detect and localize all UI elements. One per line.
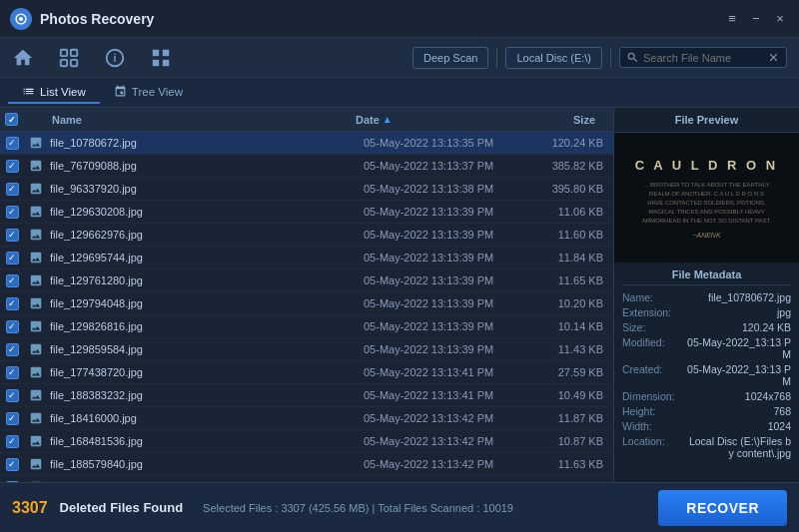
file-size: 11.63 KB — [523, 458, 613, 470]
scan-button[interactable] — [58, 47, 80, 69]
status-details: Selected Files : 3307 (425.56 MB) | Tota… — [203, 502, 646, 514]
file-icon — [24, 434, 48, 448]
cauldron-sig: ~ANENK — [692, 232, 720, 239]
row-checkbox[interactable] — [0, 320, 24, 333]
metadata-row: Location: Local Disc (E:\)Files by conte… — [622, 435, 791, 459]
status-label: Deleted Files Found — [60, 500, 184, 515]
meta-key: Created: — [622, 363, 687, 387]
table-row[interactable]: file_129859584.jpg 05-May-2022 13:13:39 … — [0, 338, 613, 361]
table-row[interactable]: file_177438720.jpg 05-May-2022 13:13:41 … — [0, 361, 613, 384]
cauldron-preview: C A U L D R O N ... BROTHER TO TALK ABOU… — [614, 133, 799, 263]
table-row[interactable]: file_129826816.jpg 05-May-2022 13:13:39 … — [0, 315, 613, 338]
grid-button[interactable] — [150, 47, 172, 69]
col-name-header[interactable]: Name — [48, 114, 356, 126]
meta-key: Modified: — [622, 336, 687, 360]
metadata-row: Dimension: 1024x768 — [622, 390, 791, 402]
app-icon — [10, 8, 32, 30]
table-row[interactable]: file_188612608.jpg 05-May-2022 13:13:42 … — [0, 476, 613, 482]
toolbar: i Deep Scan Local Disc (E:\) — [0, 38, 799, 78]
row-checkbox[interactable] — [0, 412, 24, 425]
app-title: Photos Recovery — [40, 11, 723, 27]
table-row[interactable]: file_96337920.jpg 05-May-2022 13:13:38 P… — [0, 178, 613, 201]
tree-view-icon — [114, 85, 127, 98]
file-icon — [24, 159, 48, 173]
table-row[interactable]: file_10780672.jpg 05-May-2022 13:13:35 P… — [0, 132, 613, 155]
tab-list-view[interactable]: List View — [8, 81, 100, 104]
toolbar-divider2 — [610, 48, 611, 68]
meta-value: file_10780672.jpg — [708, 291, 791, 303]
col-date-header[interactable]: Date ▲ — [356, 114, 515, 126]
table-row[interactable]: file_129662976.jpg 05-May-2022 13:13:39 … — [0, 224, 613, 247]
file-icon — [24, 205, 48, 219]
row-checkbox[interactable] — [0, 183, 24, 196]
file-date: 05-May-2022 13:13:42 PM — [364, 481, 523, 482]
tab-tree-view[interactable]: Tree View — [100, 81, 197, 104]
meta-key: Location: — [622, 435, 687, 459]
row-checkbox[interactable] — [0, 343, 24, 356]
image-icon — [29, 365, 43, 379]
file-size: 11.77 KB — [523, 481, 613, 482]
file-list: Name Date ▲ Size file_10780672.jpg 05-Ma… — [0, 108, 614, 482]
file-size: 27.59 KB — [523, 366, 613, 378]
search-box[interactable] — [619, 47, 787, 68]
metadata-section: File Metadata Name: file_10780672.jpg Ex… — [614, 263, 799, 482]
table-row[interactable]: file_18416000.jpg 05-May-2022 13:13:42 P… — [0, 407, 613, 430]
row-checkbox[interactable] — [0, 274, 24, 287]
close-button[interactable]: × — [771, 10, 789, 28]
file-size: 11.60 KB — [523, 229, 613, 241]
file-name: file_10780672.jpg — [48, 137, 364, 149]
row-checkbox[interactable] — [0, 229, 24, 242]
row-checkbox[interactable] — [0, 481, 24, 483]
image-icon — [29, 342, 43, 356]
file-rows[interactable]: file_10780672.jpg 05-May-2022 13:13:35 P… — [0, 132, 613, 482]
deep-scan-button[interactable]: Deep Scan — [412, 47, 488, 69]
table-row[interactable]: file_129794048.jpg 05-May-2022 13:13:39 … — [0, 292, 613, 315]
col-size-header[interactable]: Size — [515, 114, 605, 126]
table-row[interactable]: file_188383232.jpg 05-May-2022 13:13:41 … — [0, 384, 613, 407]
file-name: file_129761280.jpg — [48, 274, 364, 286]
row-checkbox[interactable] — [0, 297, 24, 310]
file-name: file_129662976.jpg — [48, 229, 364, 241]
table-row[interactable]: file_129695744.jpg 05-May-2022 13:13:39 … — [0, 247, 613, 269]
row-checkbox[interactable] — [0, 435, 24, 448]
recover-button[interactable]: RECOVER — [658, 490, 787, 526]
svg-rect-2 — [61, 49, 67, 55]
file-size: 11.65 KB — [523, 274, 613, 286]
file-name: file_129630208.jpg — [48, 206, 364, 218]
table-row[interactable]: file_168481536.jpg 05-May-2022 13:13:42 … — [0, 430, 613, 453]
meta-value: 1024 — [768, 420, 791, 432]
file-name: file_129794048.jpg — [48, 297, 364, 309]
row-checkbox[interactable] — [0, 160, 24, 173]
row-checkbox[interactable] — [0, 389, 24, 402]
file-size: 385.82 KB — [523, 160, 613, 172]
home-button[interactable] — [12, 47, 34, 69]
info-button[interactable]: i — [104, 47, 126, 69]
menu-button[interactable]: ≡ — [723, 10, 741, 28]
list-view-icon — [22, 85, 35, 98]
status-count: 3307 — [12, 499, 48, 517]
search-input[interactable] — [643, 52, 763, 64]
file-icon — [24, 480, 48, 482]
table-row[interactable]: file_188579840.jpg 05-May-2022 13:13:42 … — [0, 453, 613, 476]
file-icon — [24, 319, 48, 333]
clear-icon[interactable] — [767, 51, 780, 64]
minimize-button[interactable]: − — [747, 10, 765, 28]
local-disc-button[interactable]: Local Disc (E:\) — [505, 47, 602, 69]
file-icon — [24, 228, 48, 242]
table-row[interactable]: file_129761280.jpg 05-May-2022 13:13:39 … — [0, 269, 613, 292]
table-row[interactable]: file_76709088.jpg 05-May-2022 13:13:37 P… — [0, 155, 613, 178]
file-name: file_188383232.jpg — [48, 389, 364, 401]
file-date: 05-May-2022 13:13:39 PM — [364, 343, 523, 355]
tree-view-label: Tree View — [132, 86, 183, 98]
row-checkbox[interactable] — [0, 137, 24, 150]
row-checkbox[interactable] — [0, 252, 24, 265]
image-icon — [29, 480, 43, 482]
row-checkbox[interactable] — [0, 206, 24, 219]
row-checkbox[interactable] — [0, 366, 24, 379]
select-all-checkbox[interactable] — [5, 113, 18, 126]
svg-point-1 — [19, 16, 23, 20]
file-name: file_188579840.jpg — [48, 458, 364, 470]
file-date: 05-May-2022 13:13:39 PM — [364, 229, 523, 241]
table-row[interactable]: file_129630208.jpg 05-May-2022 13:13:39 … — [0, 201, 613, 224]
row-checkbox[interactable] — [0, 458, 24, 471]
